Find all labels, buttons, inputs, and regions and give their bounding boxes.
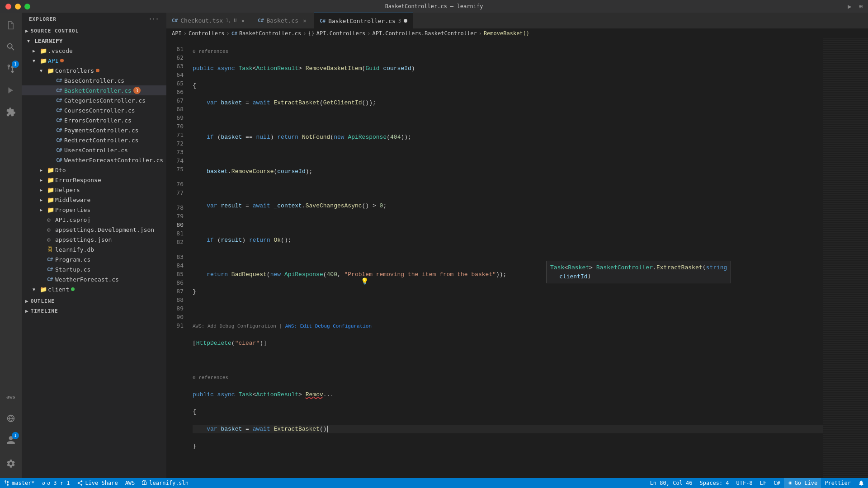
- activity-source-control[interactable]: 1: [0, 58, 22, 80]
- activity-remote[interactable]: [0, 408, 22, 429]
- activity-explorer[interactable]: [0, 14, 22, 36]
- status-golive[interactable]: Go Live: [784, 478, 821, 488]
- folder-dto-icon: 📁: [47, 167, 55, 174]
- tree-properties[interactable]: ▶ 📁 Properties: [22, 205, 166, 215]
- activity-extensions[interactable]: [0, 101, 22, 123]
- cs-icon-users: C#: [56, 147, 64, 153]
- activity-aws[interactable]: aws: [0, 386, 22, 408]
- tree-startup[interactable]: C# Startup.cs: [22, 264, 166, 274]
- tree-categories[interactable]: C# CategoriesController.cs: [22, 95, 166, 105]
- project-learnify[interactable]: ▼ LEARNIFY: [22, 36, 166, 46]
- layout-icon[interactable]: ⊞: [859, 3, 863, 10]
- activity-settings[interactable]: [0, 453, 22, 474]
- source-control-section[interactable]: ▶ SOURCE CONTROL: [22, 26, 166, 36]
- title-actions[interactable]: ▶ ⊞: [848, 3, 863, 10]
- maximize-button[interactable]: [24, 4, 30, 9]
- tab-bc-modified: [404, 19, 407, 23]
- tree-weathercs[interactable]: C# WeatherForecast.cs: [22, 274, 166, 284]
- tree-vscode[interactable]: ▶ 📁 .vscode: [22, 46, 166, 56]
- bc-class[interactable]: API.Controllers.BasketController: [372, 30, 476, 37]
- status-prettier[interactable]: Prettier: [821, 478, 854, 488]
- bc-api[interactable]: API: [172, 30, 182, 37]
- activity-search[interactable]: [0, 36, 22, 58]
- bc-method[interactable]: RemoveBasket(): [484, 30, 529, 37]
- cs-icon-basket: C#: [56, 88, 64, 94]
- close-button[interactable]: [5, 4, 11, 9]
- status-spaces[interactable]: Spaces: 4: [696, 478, 733, 488]
- lightbulb-icon[interactable]: 💡: [361, 277, 368, 285]
- bc-ns1: API.Controllers: [316, 30, 365, 37]
- tree-csproj[interactable]: ⚙ API.csproj: [22, 215, 166, 225]
- timeline-section[interactable]: ▶ TIMELINE: [22, 306, 166, 316]
- timeline-label: TIMELINE: [31, 308, 58, 314]
- tree-api[interactable]: ▼ 📁 API: [22, 56, 166, 66]
- window-controls[interactable]: [5, 4, 30, 9]
- status-bell[interactable]: [854, 478, 868, 488]
- api-badge: [60, 59, 64, 62]
- code-editor[interactable]: 0 references public async Task<ActionRes…: [189, 38, 823, 478]
- tree-redirect[interactable]: C# RedirectController.cs: [22, 135, 166, 145]
- api-label: API: [48, 57, 58, 64]
- status-encoding[interactable]: UTF-8: [733, 478, 756, 488]
- cs-icon-courses: C#: [56, 108, 64, 113]
- tree-middleware[interactable]: ▶ 📁 Middleware: [22, 195, 166, 205]
- activity-account[interactable]: 1: [0, 429, 22, 451]
- tree-payments[interactable]: C# PaymentsController.cs: [22, 125, 166, 135]
- bc-file[interactable]: BasketController.cs: [239, 30, 301, 37]
- folder-controllers-icon: 📁: [47, 67, 55, 74]
- csproj-label: API.csproj: [55, 216, 90, 223]
- cs-icon-redirect: C#: [56, 137, 64, 143]
- tree-dto[interactable]: ▶ 📁 Dto: [22, 165, 166, 175]
- source-control-label: SOURCE CONTROL: [31, 28, 79, 34]
- more-actions[interactable]: ···: [149, 16, 159, 22]
- tree-users[interactable]: C# UsersController.cs: [22, 145, 166, 155]
- arrow-middleware: ▶: [40, 197, 47, 202]
- status-line-ending[interactable]: LF: [756, 478, 770, 488]
- bc-sep2: ›: [226, 30, 229, 37]
- tree-basketcontroller[interactable]: C# BasketController.cs 3: [22, 85, 166, 95]
- bc-controllers[interactable]: Controllers: [189, 30, 224, 37]
- tree-client[interactable]: ▼ 📁 client: [22, 284, 166, 294]
- solution-label: learnify.sln: [149, 480, 189, 486]
- activity-run[interactable]: [0, 80, 22, 101]
- tree-helpers[interactable]: ▶ 📁 Helpers: [22, 185, 166, 195]
- tree-errors[interactable]: C# ErrorsController.cs: [22, 115, 166, 125]
- tree-courses[interactable]: C# CoursesController.cs: [22, 105, 166, 115]
- bc-namespace1[interactable]: {}: [308, 30, 314, 37]
- source-control-badge: 1: [12, 61, 19, 68]
- status-sync[interactable]: ↺ ↺ 3 ↑ 1: [38, 478, 74, 488]
- project-label: LEARNIFY: [34, 38, 63, 44]
- tab-basket-close[interactable]: ✕: [301, 17, 308, 24]
- vscode-label: .vscode: [48, 47, 73, 54]
- tree-db[interactable]: 🗄 learnify.db: [22, 244, 166, 254]
- tree-program[interactable]: C# Program.cs: [22, 254, 166, 264]
- outline-section[interactable]: ▶ OUTLINE: [22, 296, 166, 306]
- sync-icon: ↺: [42, 480, 45, 486]
- status-language[interactable]: C#: [770, 478, 783, 488]
- tree-appsettings-dev[interactable]: ⚙ appsettings.Development.json: [22, 225, 166, 235]
- db-label: learnify.db: [55, 246, 94, 253]
- minimize-button[interactable]: [15, 4, 21, 9]
- arrow-properties: ▶: [40, 207, 47, 212]
- status-line[interactable]: Ln 80, Col 46: [646, 478, 696, 488]
- status-liveshare[interactable]: Live Share: [73, 478, 121, 488]
- status-aws[interactable]: AWS: [122, 478, 139, 488]
- sidebar-content: ▶ SOURCE CONTROL ▼ LEARNIFY ▶ 📁 .vscode …: [22, 26, 166, 478]
- run-icon[interactable]: ▶: [848, 3, 851, 10]
- autocomplete-line1: Task<Basket> BasketController.ExtractBas…: [550, 263, 727, 272]
- arrow-helpers: ▶: [40, 188, 47, 192]
- tree-errorresponse[interactable]: ▶ 📁 ErrorResponse: [22, 175, 166, 185]
- tree-appsettings[interactable]: ⚙ appsettings.json: [22, 235, 166, 244]
- tab-checkout[interactable]: C# Checkout.tsx 1, U ✕: [166, 13, 252, 28]
- tree-basecontroller[interactable]: C# BaseController.cs: [22, 75, 166, 85]
- status-branch[interactable]: master*: [0, 478, 38, 488]
- tab-basketcontroller[interactable]: C# BasketController.cs 3: [314, 13, 413, 28]
- status-solution[interactable]: learnify.sln: [138, 478, 192, 488]
- tabs-bar: C# Checkout.tsx 1, U ✕ C# Basket.cs ✕ C#…: [166, 13, 868, 28]
- bc-sep1: ›: [184, 30, 187, 37]
- tree-controllers[interactable]: ▼ 📁 Controllers: [22, 66, 166, 75]
- tree-weather[interactable]: C# WeatherForecastController.cs: [22, 155, 166, 165]
- tab-basket[interactable]: C# Basket.cs ✕: [252, 13, 314, 28]
- courses-label: CoursesController.cs: [64, 107, 135, 114]
- tab-checkout-close[interactable]: ✕: [239, 17, 246, 24]
